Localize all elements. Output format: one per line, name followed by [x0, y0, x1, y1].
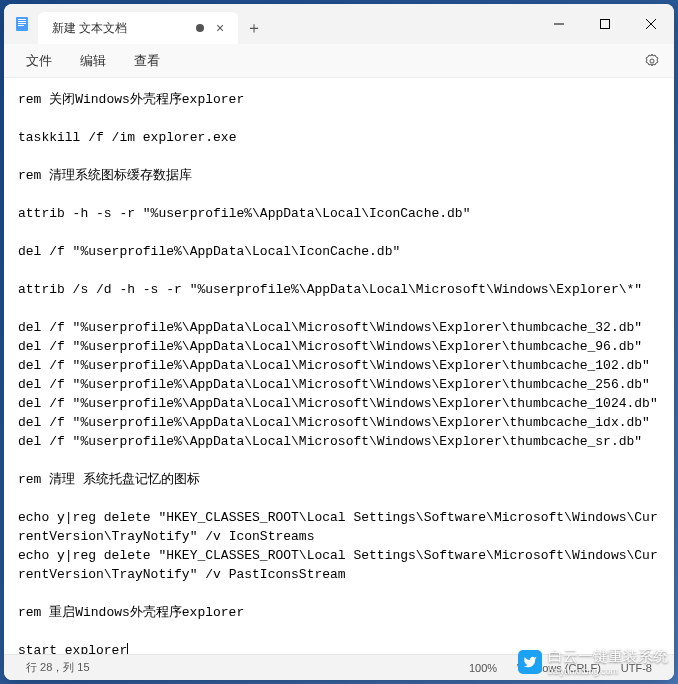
menu-edit[interactable]: 编辑 [66, 48, 120, 74]
menu-view[interactable]: 查看 [120, 48, 174, 74]
menubar: 文件 编辑 查看 [4, 44, 674, 78]
menu-file[interactable]: 文件 [12, 48, 66, 74]
close-tab-icon[interactable]: × [212, 20, 228, 36]
statusbar: 行 28，列 15 100% Windows (CRLF) UTF-8 [4, 654, 674, 680]
editor-content: rem 关闭Windows外壳程序explorer taskkill /f /i… [18, 92, 658, 654]
close-button[interactable] [628, 4, 674, 44]
svg-rect-6 [601, 20, 610, 29]
file-encoding[interactable]: UTF-8 [611, 662, 662, 674]
svg-rect-4 [18, 25, 24, 26]
notepad-icon [14, 16, 30, 32]
tab-strip: 新建 文本文档 × ＋ [38, 4, 536, 44]
cursor-position: 行 28，列 15 [16, 660, 100, 675]
svg-rect-2 [18, 21, 26, 22]
window-controls [536, 4, 674, 44]
svg-rect-1 [18, 19, 26, 20]
new-tab-button[interactable]: ＋ [238, 12, 270, 44]
titlebar: 新建 文本文档 × ＋ [4, 4, 674, 44]
text-editor[interactable]: rem 关闭Windows外壳程序explorer taskkill /f /i… [4, 78, 674, 654]
line-ending[interactable]: Windows (CRLF) [507, 662, 611, 674]
settings-button[interactable] [638, 47, 666, 75]
svg-rect-3 [18, 23, 26, 24]
notepad-window: 新建 文本文档 × ＋ 文件 编辑 查看 rem 关闭Windows外壳程序e [4, 4, 674, 680]
gear-icon [644, 53, 660, 69]
dirty-indicator-icon [196, 24, 204, 32]
tab-title: 新建 文本文档 [52, 20, 188, 37]
zoom-level[interactable]: 100% [459, 662, 507, 674]
text-cursor-icon [127, 643, 128, 654]
minimize-button[interactable] [536, 4, 582, 44]
tab-document[interactable]: 新建 文本文档 × [38, 12, 238, 44]
maximize-button[interactable] [582, 4, 628, 44]
